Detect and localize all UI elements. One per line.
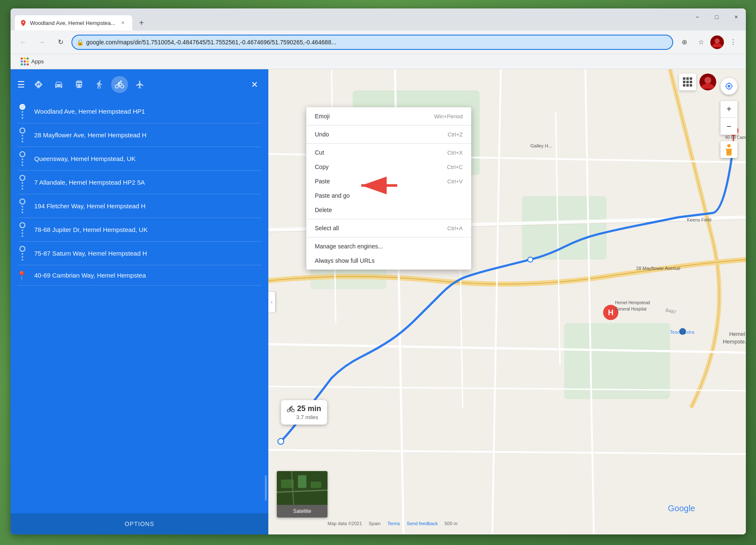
context-menu-item-emoji[interactable]: Emoji Win+Period: [306, 109, 471, 123]
flight-mode-button[interactable]: [131, 76, 148, 93]
svg-rect-47: [298, 475, 306, 488]
location-button[interactable]: [721, 78, 737, 95]
stop-address: 78-68 Jupiter Dr, Hemel Hempstead, UK: [34, 226, 147, 234]
list-item[interactable]: Woodland Ave, Hemel Hempstead HP1: [17, 100, 262, 123]
close-button[interactable]: ×: [726, 8, 746, 25]
stop-address: 7 Allandale, Hemel Hempstead HP2 5A: [34, 178, 145, 187]
scroll-bar[interactable]: [265, 475, 267, 501]
stop-address: 75-87 Saturn Way, Hemel Hempstead H: [34, 249, 147, 258]
svg-text:Keens Field: Keens Field: [687, 217, 711, 222]
context-menu-item-copy[interactable]: Copy Ctrl+C: [306, 160, 471, 174]
stop-dots: [22, 111, 23, 119]
divider: [306, 143, 471, 144]
refresh-icon: ↻: [58, 38, 63, 46]
stop-address: Woodland Ave, Hemel Hempstead HP1: [34, 107, 145, 116]
car-mode-button[interactable]: [50, 76, 67, 93]
context-menu-item-full-urls[interactable]: Always show full URLs: [306, 253, 471, 268]
paste-label: Paste: [315, 178, 330, 185]
context-menu-item-undo[interactable]: Undo Ctrl+Z: [306, 127, 471, 142]
satellite-thumbnail[interactable]: Satellite: [277, 471, 328, 518]
terms-link[interactable]: Terms: [388, 521, 400, 526]
map-footer: Map data ©2021 Spain Terms Send feedback…: [328, 521, 746, 526]
transit-mode-button[interactable]: [71, 76, 87, 93]
bicycle-mode-button[interactable]: [111, 76, 128, 93]
svg-point-22: [528, 257, 533, 262]
svg-text:Hemel Hempstead: Hemel Hempstead: [615, 300, 650, 305]
close-sidebar-button[interactable]: ✕: [248, 76, 262, 93]
list-item[interactable]: 194 Fletcher Way, Hemel Hempstead H: [17, 194, 262, 218]
stop-indicator: [17, 128, 27, 142]
mid-circle: [19, 175, 25, 181]
stop-dots: [22, 182, 23, 190]
list-item[interactable]: Queensway, Hemel Hempstead, UK: [17, 147, 262, 171]
stop-address: 194 Fletcher Way, Hemel Hempstead H: [34, 202, 145, 210]
zoom-out-button[interactable]: −: [721, 118, 737, 135]
stop-dots: [22, 158, 23, 166]
list-item[interactable]: 75-87 Saturn Way, Hemel Hempstead H: [17, 242, 262, 265]
browser-tab[interactable]: Woodland Ave, Hemel Hempstea... ×: [15, 15, 132, 30]
profile-avatar[interactable]: [710, 35, 724, 49]
stop-dots: [22, 135, 23, 142]
security-icon: 🔒: [76, 39, 84, 46]
refresh-button[interactable]: ↻: [53, 35, 68, 50]
context-menu-item-cut[interactable]: Cut Ctrl+X: [306, 145, 471, 160]
zoom-in-button[interactable]: +: [721, 101, 737, 118]
svg-point-42: [704, 77, 711, 84]
mid-circle: [19, 246, 25, 252]
svg-text:Galley H...: Galley H...: [530, 143, 552, 148]
context-menu-item-manage-engines[interactable]: Manage search engines...: [306, 239, 471, 253]
browser-window: Woodland Ave, Hemel Hempstea... × + − □ …: [11, 8, 746, 534]
svg-point-43: [727, 144, 731, 147]
list-item[interactable]: 78-68 Jupiter Dr, Hemel Hempstead, UK: [17, 218, 262, 242]
chrome-menu-button[interactable]: ⋮: [726, 35, 741, 50]
collapse-handle[interactable]: ‹: [268, 292, 275, 312]
list-item[interactable]: 📍 40-69 Cambrian Way, Hemel Hempstea: [17, 265, 262, 286]
google-attribution: Google: [668, 504, 696, 513]
address-text[interactable]: google.com/maps/dir/51.7510054,-0.484764…: [86, 39, 667, 46]
options-button[interactable]: OPTIONS: [125, 520, 154, 527]
pegman-button[interactable]: [721, 141, 737, 158]
add-to-chrome-button[interactable]: ⊕: [677, 35, 692, 50]
svg-rect-48: [311, 482, 321, 488]
apps-grid-button[interactable]: [679, 74, 696, 90]
emoji-label: Emoji: [315, 113, 330, 120]
divider: [306, 219, 471, 219]
tab-close-button[interactable]: ×: [119, 19, 127, 27]
svg-text:Hempste...: Hempste...: [723, 338, 746, 345]
directions-mode-button[interactable]: [30, 76, 47, 93]
divider: [306, 125, 471, 125]
feedback-link[interactable]: Send feedback: [407, 521, 438, 526]
stop-indicator: [17, 151, 27, 166]
svg-text:Hemel: Hemel: [729, 331, 745, 337]
context-menu-item-delete[interactable]: Delete: [306, 203, 471, 217]
svg-text:28 Mayflower Avenue: 28 Mayflower Avenue: [636, 266, 680, 271]
spain-label: Spain: [369, 521, 381, 526]
bookmark-button[interactable]: ☆: [693, 35, 709, 50]
address-bar-wrapper[interactable]: 🔒 google.com/maps/dir/51.7510054,-0.4847…: [71, 35, 673, 50]
apps-bookmark[interactable]: Apps: [17, 56, 47, 67]
new-tab-button[interactable]: +: [134, 15, 149, 30]
walk-mode-button[interactable]: [91, 76, 108, 93]
minimize-button[interactable]: −: [688, 8, 707, 25]
stop-indicator: [17, 199, 27, 213]
add-to-chrome-icon: ⊕: [682, 38, 687, 46]
forward-button[interactable]: →: [34, 35, 49, 50]
back-icon: ←: [20, 38, 27, 46]
back-button[interactable]: ←: [16, 35, 31, 50]
mid-circle: [19, 199, 25, 204]
mid-circle: [19, 128, 25, 134]
hamburger-menu-icon[interactable]: ☰: [17, 79, 25, 90]
maximize-button[interactable]: □: [707, 8, 726, 25]
distance-time: 25 min: [287, 404, 321, 413]
map-top-controls: [679, 74, 716, 90]
transport-modes: [30, 76, 243, 93]
toolbar-right: ⊕ ☆ ⋮: [677, 35, 741, 50]
list-item[interactable]: 28 Mayflower Ave, Hemel Hempstead H: [17, 123, 262, 147]
undo-shortcut: Ctrl+Z: [448, 131, 463, 138]
list-item[interactable]: 7 Allandale, Hemel Hempstead HP2 5A: [17, 171, 262, 194]
maps-sidebar: ☰: [11, 69, 268, 534]
context-menu-item-select-all[interactable]: Select all Ctrl+A: [306, 221, 471, 235]
user-profile-button[interactable]: [699, 74, 716, 90]
copy-shortcut: Ctrl+C: [447, 164, 463, 170]
stop-address: 28 Mayflower Ave, Hemel Hempstead H: [34, 131, 147, 139]
